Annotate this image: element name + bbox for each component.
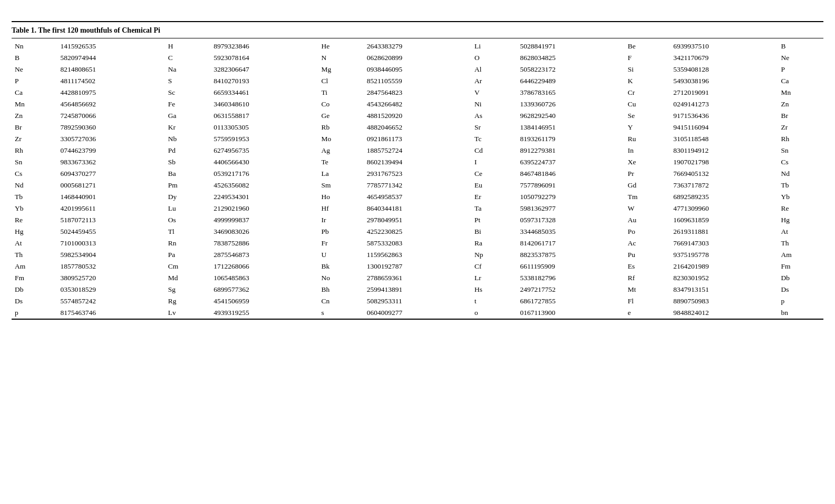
element-number: 1468440901	[57, 191, 164, 203]
element-symbol: Y	[625, 122, 670, 133]
element-symbol: Zn	[12, 110, 57, 122]
element-symbol: Ds	[12, 295, 57, 307]
element-symbol: Rb	[318, 122, 363, 133]
table-row: Rh0744623799Pd6274956735Ag1885752724Cd89…	[12, 145, 823, 156]
element-symbol: Zn	[778, 98, 823, 110]
element-symbol: F	[625, 52, 670, 64]
element-symbol: Si	[625, 64, 670, 75]
element-symbol: Cs	[778, 156, 823, 168]
element-symbol: Db	[778, 272, 823, 284]
element-symbol: Am	[12, 261, 57, 272]
element-symbol: e	[625, 307, 670, 319]
element-number: 9415116094	[670, 122, 778, 133]
element-number: 2931767523	[364, 168, 471, 180]
element-symbol: Pr	[625, 168, 670, 180]
element-number: 1050792279	[517, 191, 625, 203]
element-number: 5820974944	[57, 52, 164, 64]
element-symbol: Co	[318, 98, 363, 110]
element-number: 0113305305	[210, 122, 318, 133]
element-number: 6892589235	[670, 191, 778, 203]
element-symbol: Ra	[471, 238, 517, 249]
element-symbol: Ba	[165, 168, 210, 180]
table-row: Br7892590360Kr0113305305Rb4882046652Sr13…	[12, 122, 823, 133]
element-number: 8890750983	[670, 295, 778, 307]
element-symbol: Dy	[165, 191, 210, 203]
element-number: 1415926535	[57, 41, 164, 52]
element-symbol: Bk	[318, 261, 363, 272]
element-symbol: Mo	[318, 133, 363, 145]
element-number: 5024459455	[57, 226, 164, 238]
element-number: 0353018529	[57, 284, 164, 295]
element-symbol: Al	[471, 64, 517, 75]
element-number: 5759591953	[210, 133, 318, 145]
table-row: Zn7245870066Ga0631558817Ge4881520920As96…	[12, 110, 823, 122]
element-symbol: Pd	[165, 145, 210, 156]
element-number: 3105118548	[670, 133, 778, 145]
element-number: 8979323846	[210, 41, 318, 52]
element-symbol: Ca	[778, 75, 823, 87]
element-number: 4564856692	[57, 98, 164, 110]
element-number: 6611195909	[517, 261, 625, 272]
element-symbol: B	[778, 41, 823, 52]
element-symbol: Mn	[12, 98, 57, 110]
element-number: 3421170679	[670, 52, 778, 64]
element-number: 9375195778	[670, 249, 778, 261]
element-symbol: Er	[471, 191, 517, 203]
element-symbol: Nd	[778, 168, 823, 180]
element-symbol: Ac	[625, 238, 670, 249]
element-number: 8602139494	[364, 156, 471, 168]
element-symbol: Pt	[471, 214, 517, 226]
table-row: P4811174502S8410270193Cl8521105559Ar6446…	[12, 75, 823, 87]
element-symbol: Ho	[318, 191, 363, 203]
element-symbol: Bh	[318, 284, 363, 295]
element-number: 8230301952	[670, 272, 778, 284]
element-symbol: Fm	[12, 272, 57, 284]
element-symbol: Ti	[318, 87, 363, 98]
element-symbol: V	[471, 87, 517, 98]
element-symbol: Fl	[625, 295, 670, 307]
element-number: 0604009277	[364, 307, 471, 319]
element-symbol: Cm	[165, 261, 210, 272]
element-number: 4541506959	[210, 295, 318, 307]
element-symbol: Db	[12, 284, 57, 295]
element-number: 5338182796	[517, 272, 625, 284]
element-number: 2978049951	[364, 214, 471, 226]
element-number: 4406566430	[210, 156, 318, 168]
table-row: Mn4564856692Fe3460348610Co4543266482Ni13…	[12, 98, 823, 110]
element-symbol: Nd	[12, 180, 57, 191]
element-number: 1857780532	[57, 261, 164, 272]
element-number: 8301194912	[670, 145, 778, 156]
element-symbol: Re	[12, 214, 57, 226]
element-symbol: Na	[165, 64, 210, 75]
element-symbol: Ca	[12, 87, 57, 98]
element-symbol: Yb	[778, 191, 823, 203]
table-row: Sn9833673362Sb4406566430Te8602139494I639…	[12, 156, 823, 168]
element-symbol: s	[318, 307, 363, 319]
element-number: 4939319255	[210, 307, 318, 319]
table-row: Am1857780532Cm1712268066Bk1300192787Cf66…	[12, 261, 823, 272]
element-symbol: Sn	[778, 145, 823, 156]
element-number: 7245870066	[57, 110, 164, 122]
element-symbol: Cd	[471, 145, 517, 156]
element-symbol: Lu	[165, 203, 210, 214]
element-symbol: B	[12, 52, 57, 64]
element-symbol: Pa	[165, 249, 210, 261]
element-number: 5981362977	[517, 203, 625, 214]
table-row: Db0353018529Sg6899577362Bh2599413891Hs24…	[12, 284, 823, 295]
element-number: 4526356082	[210, 180, 318, 191]
element-symbol: Am	[778, 249, 823, 261]
element-number: 0938446095	[364, 64, 471, 75]
element-symbol: Hg	[778, 214, 823, 226]
element-symbol: N	[318, 52, 363, 64]
element-symbol: Os	[165, 214, 210, 226]
element-symbol: Te	[318, 156, 363, 168]
element-symbol: Ge	[318, 110, 363, 122]
table-container: Table 1. The first 120 mouthfuls of Chem…	[12, 21, 823, 320]
element-symbol: Br	[12, 122, 57, 133]
element-number: 5875332083	[364, 238, 471, 249]
element-number: 8193261179	[517, 133, 625, 145]
element-symbol: I	[471, 156, 517, 168]
element-symbol: Kr	[165, 122, 210, 133]
element-number: 7892590360	[57, 122, 164, 133]
table-row: Re5187072113Os4999999837Ir2978049951Pt05…	[12, 214, 823, 226]
